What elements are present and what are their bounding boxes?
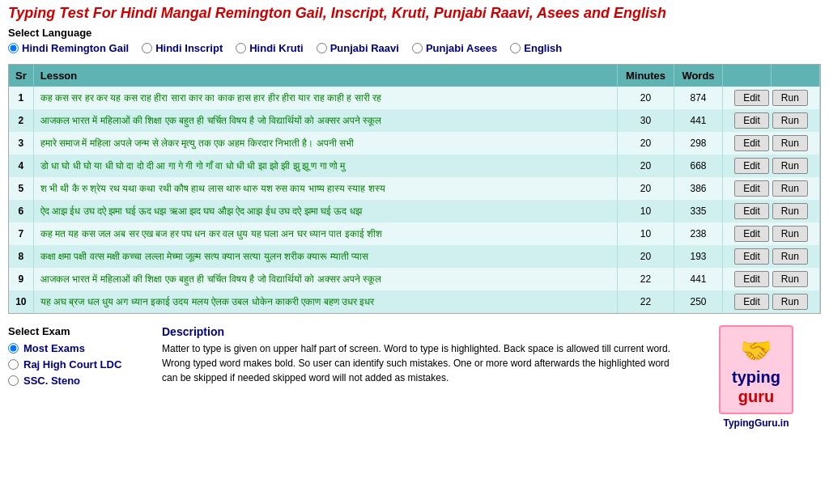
run-button[interactable]: Run (772, 112, 808, 129)
language-radio-punjabi-asees[interactable] (412, 43, 423, 53)
col-edit (723, 65, 772, 87)
edit-button[interactable]: Edit (734, 90, 769, 106)
run-button[interactable]: Run (772, 90, 808, 106)
exam-option-raj-high-court[interactable]: Raj High Court LDC (8, 358, 154, 371)
logo-text-typing: typing (732, 369, 780, 385)
cell-minutes: 20 (618, 245, 674, 268)
table-row: 7कह मत यह कस जल अब सर एख बज हर पघ धन कर … (9, 222, 820, 245)
cell-words: 441 (674, 109, 723, 132)
exam-label-raj-high-court[interactable]: Raj High Court LDC (23, 358, 121, 371)
table-row: 6ऐद आझ ईध उघ दऐ झमा घई ऊद धझ ऋआ झद घघ औझ… (9, 200, 820, 222)
cell-sr: 2 (9, 109, 33, 132)
cell-sr: 7 (9, 222, 33, 245)
language-label-english[interactable]: English (524, 42, 562, 54)
edit-button[interactable]: Edit (734, 294, 769, 310)
cell-lesson: यह अघ ब्रज धल धुय अग ध्यान इकाई उदय मलय … (33, 290, 617, 313)
table-row: 9आजकल भारत में महिलाओं की शिक्षा एक बहुत… (9, 268, 820, 290)
cell-lesson: श भी थी कै रु श्रेय रथ यथा कथा रथी कौष ह… (33, 177, 617, 200)
exam-label-ssc-steno[interactable]: SSC. Steno (23, 375, 80, 387)
table-row: 4डो धा घो धी घो या धी घो दा दो दी आ गा ग… (9, 155, 820, 177)
language-radio-hindi-remington[interactable] (8, 43, 19, 53)
language-label-hindi-remington[interactable]: Hindi Remington Gail (22, 42, 129, 54)
cell-minutes: 20 (618, 177, 674, 200)
run-button[interactable]: Run (772, 271, 808, 287)
cell-sr: 8 (9, 245, 33, 268)
edit-button[interactable]: Edit (734, 180, 769, 197)
cell-actions: EditRun (723, 200, 820, 222)
cell-minutes: 20 (618, 87, 674, 109)
language-label-hindi-inscript[interactable]: Hindi Inscript (155, 42, 223, 54)
language-option-hindi-remington[interactable]: Hindi Remington Gail (8, 42, 129, 54)
table-row: 10यह अघ ब्रज धल धुय अग ध्यान इकाई उदय मल… (9, 290, 820, 313)
cell-lesson: कक्षा क्षमा पक्षी वत्स मक्षी कच्चा लल्ला… (33, 245, 617, 268)
language-option-hindi-inscript[interactable]: Hindi Inscript (142, 42, 223, 54)
run-button[interactable]: Run (772, 226, 808, 242)
cell-sr: 9 (9, 268, 33, 290)
cell-lesson: आजकल भारत में महिलाओं की शिक्षा एक बहुत … (33, 268, 617, 290)
cell-words: 250 (674, 290, 723, 313)
edit-button[interactable]: Edit (734, 271, 769, 287)
exam-radio-ssc-steno[interactable] (8, 375, 19, 386)
exam-option-most-exams[interactable]: Most Exams (8, 342, 154, 354)
logo-section: 🤝 typing guru TypingGuru.in (691, 325, 821, 429)
cell-minutes: 10 (618, 200, 674, 222)
language-option-hindi-kruti[interactable]: Hindi Kruti (236, 42, 303, 54)
edit-button[interactable]: Edit (734, 226, 769, 242)
language-label-hindi-kruti[interactable]: Hindi Kruti (249, 42, 303, 54)
language-radio-english[interactable] (510, 43, 521, 53)
lessons-table: Sr Lesson Minutes Words 1कह कस सर हर कर … (9, 65, 820, 313)
language-radio-hindi-inscript[interactable] (142, 43, 152, 53)
language-option-punjabi-raavi[interactable]: Punjabi Raavi (317, 42, 399, 54)
run-button[interactable]: Run (772, 294, 808, 310)
col-sr: Sr (9, 65, 33, 87)
run-button[interactable]: Run (772, 248, 808, 265)
cell-sr: 4 (9, 155, 33, 177)
language-option-punjabi-asees[interactable]: Punjabi Asees (412, 42, 497, 54)
cell-actions: EditRun (723, 245, 820, 268)
edit-button[interactable]: Edit (734, 203, 769, 219)
run-button[interactable]: Run (772, 158, 808, 174)
cell-lesson: आजकल भारत में महिलाओं की शिक्षा एक बहुत … (33, 109, 617, 132)
col-minutes: Minutes (618, 65, 674, 87)
logo-icon: 🤝 (740, 335, 772, 366)
col-run (772, 65, 820, 87)
exam-label-most-exams[interactable]: Most Exams (23, 342, 85, 354)
table-row: 5श भी थी कै रु श्रेय रथ यथा कथा रथी कौष … (9, 177, 820, 200)
exam-radio-most-exams[interactable] (8, 343, 19, 354)
select-language-label: Select Language (8, 27, 821, 39)
cell-minutes: 20 (618, 155, 674, 177)
lessons-table-section: Sr Lesson Minutes Words 1कह कस सर हर कर … (8, 64, 821, 314)
language-radio-punjabi-raavi[interactable] (317, 43, 327, 53)
cell-words: 386 (674, 177, 723, 200)
edit-button[interactable]: Edit (734, 135, 769, 151)
run-button[interactable]: Run (772, 135, 808, 151)
lessons-table-container[interactable]: Sr Lesson Minutes Words 1कह कस सर हर कर … (9, 65, 820, 313)
cell-sr: 5 (9, 177, 33, 200)
cell-minutes: 10 (618, 222, 674, 245)
language-radio-group: Hindi Remington Gail Hindi Inscript Hind… (8, 42, 821, 54)
cell-actions: EditRun (723, 109, 820, 132)
edit-button[interactable]: Edit (734, 112, 769, 129)
cell-words: 298 (674, 132, 723, 155)
exam-radio-raj-high-court[interactable] (8, 359, 19, 370)
logo-box: 🤝 typing guru (719, 325, 793, 414)
run-button[interactable]: Run (772, 180, 808, 197)
edit-button[interactable]: Edit (734, 248, 769, 265)
cell-minutes: 30 (618, 109, 674, 132)
logo-url-link[interactable]: TypingGuru.in (723, 417, 789, 429)
run-button[interactable]: Run (772, 203, 808, 219)
bottom-section: Select Exam Most Exams Raj High Court LD… (0, 319, 829, 435)
cell-words: 441 (674, 268, 723, 290)
language-radio-hindi-kruti[interactable] (236, 43, 246, 53)
language-label-punjabi-raavi[interactable]: Punjabi Raavi (330, 42, 399, 54)
language-label-punjabi-asees[interactable]: Punjabi Asees (426, 42, 497, 54)
cell-lesson: हमारे समाज में महिला अपले जन्म से लेकर म… (33, 132, 617, 155)
cell-words: 238 (674, 222, 723, 245)
cell-lesson: कह कस सर हर कर यह कस राह हीरा सारा कार क… (33, 87, 617, 109)
edit-button[interactable]: Edit (734, 158, 769, 174)
exam-option-ssc-steno[interactable]: SSC. Steno (8, 375, 154, 387)
cell-actions: EditRun (723, 290, 820, 313)
cell-words: 874 (674, 87, 723, 109)
cell-minutes: 22 (618, 290, 674, 313)
language-option-english[interactable]: English (510, 42, 562, 54)
